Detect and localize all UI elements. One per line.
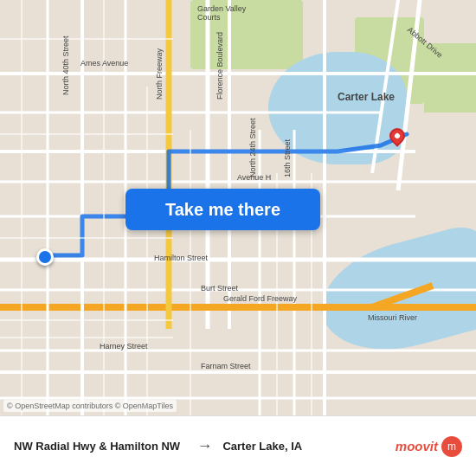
north-freeway-label: North Freeway	[155, 48, 164, 100]
garden-valley-label: Garden ValleyCourts	[197, 4, 246, 22]
arrow-right-icon: →	[196, 437, 212, 455]
pin-shape	[386, 125, 408, 146]
map-container: Ames Avenue Garden ValleyCourts Carter L…	[0, 0, 476, 415]
missouri-river-label: Missouri River	[368, 313, 417, 322]
take-me-there-button[interactable]: Take me there	[125, 189, 320, 230]
destination-marker	[389, 128, 405, 149]
pin-dot	[394, 132, 401, 139]
burt-street-label: Burt Street	[201, 284, 238, 293]
route-from: NW Radial Hwy & Hamilton NW	[14, 440, 186, 453]
moovit-text: moovit	[396, 439, 438, 453]
map-attribution: © OpenStreetMap contributors © OpenMapTi…	[3, 400, 177, 412]
north-24th-label: North 24th Street	[248, 118, 257, 177]
north-40th-label: North 40th Street	[61, 35, 70, 95]
take-me-there-label: Take me there	[165, 200, 280, 220]
route-to: Carter Lake, IA	[222, 440, 395, 453]
ames-avenue-label: Ames Avenue	[80, 59, 128, 68]
harney-street-label: Harney Street	[100, 342, 148, 351]
16th-street-label: 16th Street	[283, 139, 292, 177]
farnam-street-label: Farnam Street	[201, 362, 251, 370]
carter-lake-label: Carter Lake	[338, 91, 395, 103]
bottom-bar: NW Radial Hwy & Hamilton NW → Carter Lak…	[0, 415, 476, 476]
florence-blvd-label: Florence Boulevard	[215, 32, 224, 100]
origin-marker	[36, 248, 54, 266]
gerald-ford-label: Gerald Ford Freeway	[223, 294, 297, 303]
moovit-logo: moovit m	[396, 436, 462, 457]
hamilton-street-label: Hamilton Street	[154, 254, 208, 262]
moovit-icon: m	[441, 436, 462, 457]
